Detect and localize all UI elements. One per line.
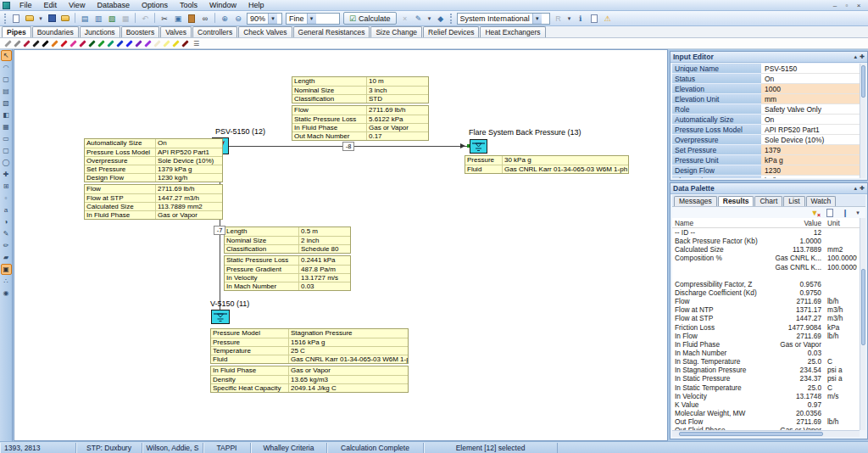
pin-icon[interactable]: ✚: [860, 185, 865, 192]
marquee-icon[interactable]: ▢: [1, 74, 12, 85]
data-palette-header[interactable]: Data Palette ▴ ✚: [670, 183, 867, 194]
calculate-button[interactable]: ☑ Calculate: [343, 12, 397, 25]
pen-color-19[interactable]: [181, 39, 190, 48]
align-icon[interactable]: ⊞: [1, 181, 12, 192]
pen-color-16[interactable]: [153, 39, 162, 48]
zoom-in-icon[interactable]: ⊕: [219, 13, 231, 24]
new-document-icon[interactable]: [10, 13, 22, 24]
rounded-rectangle-icon[interactable]: ▢: [1, 145, 12, 156]
restore-button[interactable]: ▫: [843, 2, 851, 9]
copy-icon[interactable]: ▣: [172, 13, 184, 24]
input-editor-scrollbar[interactable]: [860, 64, 865, 178]
redline-icon[interactable]: R: [553, 13, 565, 24]
zoom-area-icon[interactable]: ◉: [1, 288, 12, 299]
pen-color-5[interactable]: [50, 39, 59, 48]
warnings-icon[interactable]: ⚠: [602, 13, 614, 24]
unit-system-select[interactable]: System International ▾: [457, 13, 550, 25]
cut-icon[interactable]: ✂: [159, 13, 170, 24]
flowsheet-canvas[interactable]: -8 -7 PSV-5150 (12) Flare System Back Pr…: [14, 49, 668, 441]
text-icon[interactable]: a: [1, 204, 12, 215]
pen-color-12[interactable]: [115, 39, 125, 48]
page-icon[interactable]: ▤: [1, 86, 12, 97]
flare-node-icon[interactable]: [470, 139, 487, 154]
pen-color-1[interactable]: [13, 39, 22, 48]
redline-caret-icon[interactable]: ▾: [566, 13, 573, 24]
pen-icon[interactable]: ✎: [1, 228, 12, 239]
input-field-pressure-unit[interactable]: kPa g: [761, 155, 860, 165]
pen-color-7[interactable]: [69, 39, 78, 48]
menu-view[interactable]: View: [63, 0, 91, 10]
pointer-icon[interactable]: ↖: [1, 50, 12, 61]
annotate-icon[interactable]: ✎: [413, 13, 425, 24]
pen-color-4[interactable]: [41, 39, 50, 48]
render-quality-select[interactable]: Fine ▾: [286, 13, 340, 25]
tab-boosters[interactable]: Boosters: [121, 26, 160, 37]
shape-box-icon[interactable]: ▣: [1, 264, 12, 275]
flip-icon[interactable]: ◧: [1, 109, 12, 120]
pin-icon[interactable]: ✚: [860, 53, 865, 60]
pencil-icon[interactable]: ✏: [1, 240, 12, 251]
palette-tab-results[interactable]: Results: [718, 196, 754, 206]
export-image-icon[interactable]: ▧: [106, 13, 118, 24]
palette-tab-watch[interactable]: Watch: [806, 196, 837, 206]
rectangle-icon[interactable]: ▭: [1, 133, 12, 144]
tab-pipes[interactable]: Pipes: [2, 26, 31, 37]
spray-icon[interactable]: ∴: [1, 276, 12, 287]
scrollbar-thumb[interactable]: [861, 269, 865, 345]
erase-icon[interactable]: ▫: [1, 193, 12, 204]
input-field-status[interactable]: On: [761, 74, 860, 84]
cancel-calc-icon[interactable]: ×: [399, 13, 411, 24]
menu-database[interactable]: Database: [91, 0, 136, 10]
lasso-icon[interactable]: ◠: [1, 62, 12, 73]
tab-heat-exchangers[interactable]: Heat Exchangers: [480, 26, 545, 37]
pipe-7-badge[interactable]: -7: [214, 226, 225, 235]
input-field-elevation-unit[interactable]: mm: [761, 94, 860, 104]
minimize-button[interactable]: –: [831, 2, 839, 9]
tab-size-change[interactable]: Size Change: [370, 26, 422, 37]
pen-color-17[interactable]: [162, 39, 171, 48]
tab-check-valves[interactable]: Check Valves: [238, 26, 292, 37]
ellipse-icon[interactable]: ◯: [1, 157, 12, 168]
input-field-pressure-loss-model[interactable]: API RP520 Part1: [761, 125, 860, 135]
tab-general-resistances[interactable]: General Resistances: [293, 26, 370, 37]
column-value[interactable]: Value: [772, 219, 821, 227]
pen-color-9[interactable]: [87, 39, 97, 48]
print-icon[interactable]: ▦: [120, 13, 131, 24]
format-icon[interactable]: ◆: [435, 13, 447, 24]
pen-color-15[interactable]: [143, 39, 153, 48]
save-icon[interactable]: [46, 13, 58, 24]
help-context-icon[interactable]: ℹ: [575, 13, 587, 24]
results-hscrollbar[interactable]: [672, 430, 860, 437]
pen-color-18[interactable]: [171, 39, 181, 48]
input-field-role[interactable]: Safety Valve Only: [761, 104, 860, 115]
fill-icon[interactable]: ◑: [1, 216, 12, 227]
column-name[interactable]: Name: [672, 219, 772, 227]
print-preview-icon[interactable]: ▥: [92, 13, 104, 24]
tab-boundaries[interactable]: Boundaries: [32, 26, 79, 37]
pen-color-2[interactable]: [22, 39, 31, 48]
marker-icon[interactable]: ▰: [1, 252, 12, 263]
palette-tab-messages[interactable]: Messages: [674, 196, 717, 206]
notes-icon[interactable]: [588, 13, 600, 24]
vessel-node-icon[interactable]: [211, 310, 230, 324]
move-icon[interactable]: ✚: [1, 169, 12, 180]
input-field-flow-unit[interactable]: kg/h: [761, 176, 860, 178]
scrollbar-thumb[interactable]: [861, 65, 865, 98]
input-field-automatically-size[interactable]: On: [761, 115, 860, 125]
insert-object-icon[interactable]: ▤: [79, 13, 91, 24]
menu-tools[interactable]: Tools: [174, 0, 203, 10]
zoom-level-select[interactable]: 90% ▾: [247, 13, 282, 25]
pen-color-13[interactable]: [125, 39, 134, 48]
save-all-icon[interactable]: [59, 13, 71, 24]
annotate-caret-icon[interactable]: ▾: [426, 13, 433, 24]
grid-icon[interactable]: ▦: [1, 121, 12, 132]
menu-options[interactable]: Options: [136, 0, 174, 10]
pen-color-11[interactable]: [106, 39, 115, 48]
input-editor-header[interactable]: Input Editor ▴ ✚: [670, 52, 867, 63]
pen-color-6[interactable]: [59, 39, 69, 48]
pen-color-8[interactable]: [78, 39, 87, 48]
zoom-out-icon[interactable]: ⊖: [232, 13, 244, 24]
scrollbar-thumb[interactable]: [679, 432, 823, 436]
input-field-set-pressure[interactable]: 1379: [761, 145, 860, 155]
collapse-icon[interactable]: ▴: [854, 185, 858, 192]
